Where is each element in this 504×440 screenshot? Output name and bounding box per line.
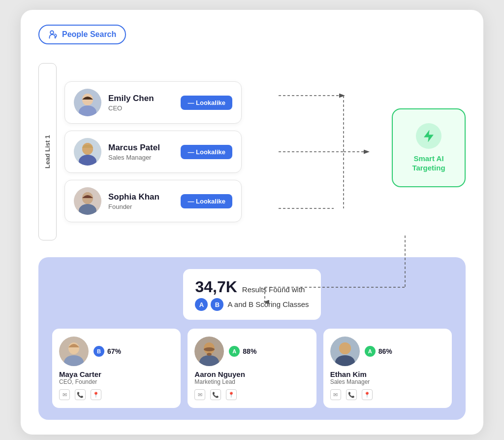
phone-icon-aaron[interactable]: 📞 xyxy=(210,389,221,400)
result-avatar-ethan xyxy=(330,337,360,366)
phone-icon-ethan[interactable]: 📞 xyxy=(346,389,357,400)
email-icon-aaron[interactable]: ✉ xyxy=(194,389,205,400)
score-badge-b-maya: B xyxy=(94,346,104,357)
lookalike-button-sophia[interactable]: — Lookalike xyxy=(181,194,232,208)
person-info-emily: Emily Chen CEO xyxy=(108,94,174,112)
result-score-aaron: A 88% xyxy=(229,346,256,357)
result-icons-ethan: ✉ 📞 📍 xyxy=(330,389,373,400)
results-count: 34,7K xyxy=(195,278,237,296)
results-section: 34,7K Results Found with A B A and B Sco… xyxy=(38,257,466,420)
result-avatar-aaron xyxy=(194,337,224,366)
location-icon-maya[interactable]: 📍 xyxy=(91,389,101,400)
person-name-marcus: Marcus Patel xyxy=(108,143,174,153)
avatar-emily xyxy=(74,89,101,116)
location-icon-ethan[interactable]: 📍 xyxy=(362,389,373,400)
person-info-marcus: Marcus Patel Sales Manager xyxy=(108,143,174,161)
person-title-emily: CEO xyxy=(108,104,174,112)
svg-point-28 xyxy=(204,347,215,351)
result-icons-aaron: ✉ 📞 📍 xyxy=(194,389,237,400)
ai-targeting-label: Smart AITargeting xyxy=(412,154,445,173)
person-cards: Emily Chen CEO — Lookalike xyxy=(64,81,242,222)
svg-marker-21 xyxy=(424,130,434,141)
person-card-emily: Emily Chen CEO — Lookalike xyxy=(64,81,242,124)
ai-targeting-box: Smart AITargeting xyxy=(392,108,466,187)
svg-point-33 xyxy=(339,342,351,354)
person-info-sophia: Sophia Khan Founder xyxy=(108,192,174,210)
result-badge-row-maya: B 67% xyxy=(94,346,121,357)
email-icon-maya[interactable]: ✉ xyxy=(59,389,70,400)
person-name-sophia: Sophia Khan xyxy=(108,192,174,202)
score-pct-aaron: 88% xyxy=(243,347,256,355)
result-name-aaron: Aaron Nguyen xyxy=(194,370,245,378)
result-card-ethan: A 86% Ethan Kim Sales Manager ✉ 📞 📍 xyxy=(323,329,452,408)
result-icons-maya: ✉ 📞 📍 xyxy=(59,389,101,400)
result-cards: B 67% Maya Carter CEO, Founder ✉ 📞 📍 xyxy=(52,329,452,408)
result-avatar-maya xyxy=(59,337,89,366)
person-card-marcus: Marcus Patel Sales Manager — Lookalike xyxy=(64,131,242,173)
result-card-top-aaron: A 88% xyxy=(194,337,309,366)
score-badge-a-ethan: A xyxy=(365,346,376,357)
result-name-ethan: Ethan Kim xyxy=(330,370,367,378)
people-search-button[interactable]: People Search xyxy=(38,25,126,44)
result-card-top-ethan: A 86% xyxy=(330,337,445,366)
lead-list-label: Lead List 1 xyxy=(38,63,57,240)
result-badge-row-aaron: A 88% xyxy=(229,346,256,357)
email-icon-ethan[interactable]: ✉ xyxy=(330,389,341,400)
results-desc-2: A and B Scoring Classes xyxy=(227,299,309,310)
badge-b: B xyxy=(211,298,223,311)
badge-a: A xyxy=(195,298,208,311)
people-icon xyxy=(48,30,58,39)
person-card-sophia: Sophia Khan Founder — Lookalike xyxy=(64,180,242,222)
people-search-label: People Search xyxy=(62,30,116,39)
upper-layout: Lead List 1 Emily Chen CEO xyxy=(38,58,466,245)
person-name-emily: Emily Chen xyxy=(108,94,174,103)
scoring-badges: A B xyxy=(195,298,223,311)
results-summary: 34,7K Results Found with A B A and B Sco… xyxy=(183,269,320,320)
person-title-marcus: Sales Manager xyxy=(108,154,174,161)
lightning-circle xyxy=(416,123,441,149)
lookalike-button-marcus[interactable]: — Lookalike xyxy=(181,145,232,159)
result-card-maya: B 67% Maya Carter CEO, Founder ✉ 📞 📍 xyxy=(52,329,181,408)
avatar-sophia xyxy=(74,187,101,215)
main-container: People Search Lead List 1 xyxy=(21,10,483,435)
svg-point-8 xyxy=(82,143,93,155)
result-badge-row-ethan: A 86% xyxy=(365,346,392,357)
svg-point-0 xyxy=(50,31,54,34)
score-pct-ethan: 86% xyxy=(378,347,392,355)
score-pct-maya: 67% xyxy=(107,347,121,355)
lightning-icon xyxy=(422,129,436,143)
result-role-aaron: Marketing Lead xyxy=(194,378,235,385)
svg-point-29 xyxy=(207,353,212,356)
result-name-maya: Maya Carter xyxy=(59,370,101,378)
person-title-sophia: Founder xyxy=(108,203,174,210)
avatar-marcus xyxy=(74,138,101,166)
phone-icon-maya[interactable]: 📞 xyxy=(75,389,86,400)
lookalike-button-emily[interactable]: — Lookalike xyxy=(181,96,232,110)
results-desc-1: Results Found with xyxy=(242,284,305,296)
result-role-maya: CEO, Founder xyxy=(59,378,97,385)
result-card-aaron: A 88% Aaron Nguyen Marketing Lead ✉ 📞 📍 xyxy=(188,329,316,408)
result-score-maya: B 67% xyxy=(94,346,121,357)
location-icon-aaron[interactable]: 📍 xyxy=(226,389,237,400)
result-score-ethan: A 86% xyxy=(365,346,392,357)
result-card-top-maya: B 67% xyxy=(59,337,174,366)
result-role-ethan: Sales Manager xyxy=(330,378,370,385)
score-badge-a-aaron: A xyxy=(229,346,240,357)
